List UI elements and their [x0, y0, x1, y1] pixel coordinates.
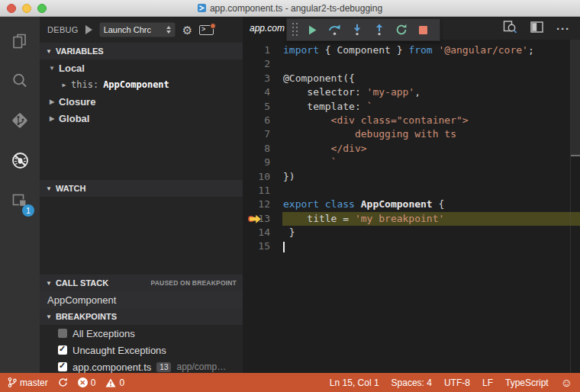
line-content[interactable]: }) [282, 170, 580, 184]
code-line-15[interactable]: 15 [243, 239, 580, 253]
variable-this-row[interactable]: ▶ this: AppComponent [40, 76, 243, 93]
warnings-item[interactable]: 0 [105, 378, 124, 388]
twistie-collapsed-icon: ▶ [60, 82, 69, 88]
errors-item[interactable]: ✕ 0 [78, 378, 96, 388]
toolbar-drag-handle-icon[interactable] [292, 23, 298, 37]
code-line-7[interactable]: 7 debugging with ts [243, 127, 580, 141]
code-line-11[interactable]: 11 [243, 184, 580, 198]
code-line-2[interactable]: 2 [243, 57, 580, 71]
breakpoint-all-exceptions[interactable]: All Exceptions [40, 325, 243, 342]
breakpoint-file-row[interactable]: app.component.ts 13 app/comp… [40, 358, 243, 373]
watch-empty-space [40, 197, 243, 275]
code-line-5[interactable]: 5 template: ` [243, 100, 580, 114]
debug-icon[interactable] [0, 140, 40, 180]
feedback-smiley-icon[interactable]: ☺ [561, 377, 572, 388]
debug-console-icon[interactable]: > [199, 25, 214, 35]
step-over-button[interactable] [324, 19, 346, 40]
line-number[interactable]: 10 [243, 170, 282, 184]
extensions-icon[interactable]: 1 [0, 180, 40, 220]
sync-item[interactable] [58, 378, 68, 387]
git-branch-item[interactable]: master [8, 377, 48, 388]
code-line-13[interactable]: 13 title = 'my breakpoint' [243, 212, 580, 226]
code-line-8[interactable]: 8 </div> [243, 142, 580, 156]
line-content[interactable]: } [282, 226, 580, 239]
line-number[interactable]: 8 [243, 142, 282, 156]
breakpoint-checkbox[interactable] [58, 362, 67, 371]
eol-item[interactable]: LF [482, 378, 493, 388]
minimize-window-button[interactable] [22, 4, 31, 13]
breakpoint-checkbox[interactable] [58, 329, 67, 338]
cursor-position-item[interactable]: Ln 15, Col 1 [330, 378, 379, 388]
more-actions-icon[interactable]: ··· [556, 22, 570, 35]
line-content[interactable]: ` [282, 156, 580, 169]
line-number[interactable]: 15 [243, 239, 282, 253]
stack-frame-row[interactable]: AppComponent [40, 291, 243, 308]
breakpoint-checkbox[interactable] [58, 345, 67, 355]
line-number[interactable]: 6 [243, 114, 282, 127]
code-line-6[interactable]: 6 <div class="container"> [243, 114, 580, 127]
step-out-button[interactable] [368, 19, 390, 40]
split-editor-icon[interactable] [530, 21, 543, 36]
line-content[interactable]: @Component({ [282, 72, 580, 85]
current-breakpoint-marker-icon[interactable] [247, 215, 261, 223]
code-editor[interactable]: 1import { Component } from '@angular/cor… [243, 40, 580, 373]
indentation-item[interactable]: Spaces: 4 [392, 378, 432, 388]
line-content[interactable] [282, 57, 580, 71]
twistie-collapsed-icon: ▶ [47, 115, 56, 122]
line-number[interactable]: 12 [243, 198, 282, 211]
line-number[interactable]: 13 [243, 212, 282, 226]
zoom-window-button[interactable] [37, 4, 47, 13]
step-into-button[interactable] [346, 19, 368, 40]
line-content[interactable]: <div class="container"> [282, 114, 580, 127]
explorer-icon[interactable] [0, 21, 40, 61]
line-content[interactable] [282, 184, 580, 198]
variables-scope-closure[interactable]: ▶ Closure [40, 93, 243, 110]
variables-section-title: VARIABLES [56, 47, 104, 56]
code-line-12[interactable]: 12export class AppComponent { [243, 198, 580, 211]
close-window-button[interactable] [7, 4, 16, 13]
stop-button[interactable] [412, 19, 434, 40]
line-content[interactable]: export class AppComponent { [282, 198, 580, 211]
line-number[interactable]: 5 [243, 100, 282, 114]
call-stack-section-header[interactable]: ▼ CALL STACK PAUSED ON BREAKPOINT [40, 275, 243, 291]
line-number[interactable]: 7 [243, 127, 282, 141]
line-content[interactable]: import { Component } from '@angular/core… [282, 43, 580, 57]
line-content[interactable]: selector: 'my-app', [282, 85, 580, 99]
line-number[interactable]: 4 [243, 85, 282, 99]
line-number[interactable]: 9 [243, 156, 282, 169]
line-number[interactable]: 1 [243, 43, 282, 57]
breakpoint-uncaught-exceptions[interactable]: Uncaught Exceptions [40, 342, 243, 358]
variables-section-header[interactable]: ▼ VARIABLES [40, 43, 243, 59]
restart-button[interactable] [390, 19, 412, 40]
start-debug-button[interactable] [85, 25, 92, 34]
code-line-9[interactable]: 9 ` [243, 156, 580, 169]
code-line-4[interactable]: 4 selector: 'my-app', [243, 85, 580, 99]
line-number[interactable]: 2 [243, 57, 282, 71]
continue-button[interactable] [301, 19, 324, 40]
variables-scope-local[interactable]: ▼ Local [40, 59, 243, 76]
line-number[interactable]: 14 [243, 226, 282, 239]
language-mode-item[interactable]: TypeScript [505, 378, 549, 388]
code-line-1[interactable]: 1import { Component } from '@angular/cor… [243, 43, 580, 57]
line-content[interactable]: debugging with ts [282, 127, 580, 141]
line-content[interactable]: title = 'my breakpoint' [282, 212, 580, 226]
tab-app-component-ts[interactable]: app.com [243, 17, 287, 40]
code-line-3[interactable]: 3@Component({ [243, 72, 580, 85]
breakpoints-section-header[interactable]: ▼ BREAKPOINTS [40, 308, 243, 325]
encoding-item[interactable]: UTF-8 [444, 378, 470, 388]
watch-section-header[interactable]: ▼ WATCH [40, 180, 243, 197]
configure-gear-icon[interactable]: ⚙ [182, 24, 192, 36]
variables-scope-global[interactable]: ▶ Global [40, 110, 243, 127]
line-number[interactable]: 11 [243, 184, 282, 198]
code-line-10[interactable]: 10}) [243, 170, 580, 184]
line-content[interactable]: </div> [282, 142, 580, 156]
line-number[interactable]: 3 [243, 72, 282, 85]
line-content[interactable]: template: ` [282, 100, 580, 114]
open-preview-icon[interactable] [503, 20, 517, 37]
line-content[interactable] [282, 239, 580, 253]
debug-config-select[interactable]: Launch Chrc [99, 22, 176, 37]
source-control-icon[interactable] [0, 101, 40, 140]
code-line-14[interactable]: 14 } [243, 226, 580, 239]
search-icon[interactable] [0, 61, 40, 101]
editor-scrollbar-thumb[interactable] [571, 40, 580, 156]
